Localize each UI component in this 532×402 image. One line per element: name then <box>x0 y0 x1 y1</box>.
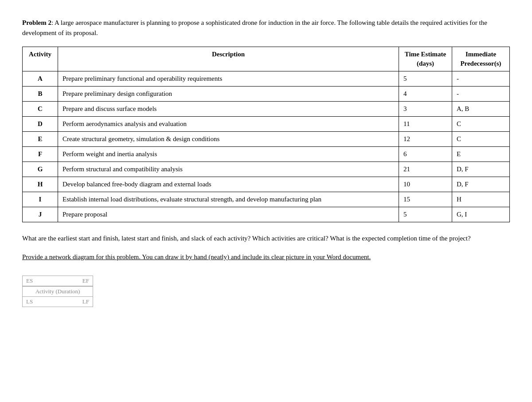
table-row: A Prepare preliminary functional and ope… <box>23 71 510 87</box>
table-row: D Perform aerodynamics analysis and eval… <box>23 117 510 132</box>
cell-predecessors: C <box>452 132 510 147</box>
question-1: What are the earliest start and finish, … <box>22 233 510 244</box>
legend-top-row: ES EF <box>23 276 93 286</box>
cell-activity: H <box>23 177 58 192</box>
table-row: B Prepare preliminary design configurati… <box>23 87 510 102</box>
problem-text: : A large aerospace manufacturer is plan… <box>22 19 487 36</box>
cell-predecessors: D, F <box>452 162 510 177</box>
cell-description: Perform aerodynamics analysis and evalua… <box>58 117 399 132</box>
cell-activity: E <box>23 132 58 147</box>
ef-label: EF <box>82 277 89 284</box>
cell-description: Establish internal load distributions, e… <box>58 192 399 207</box>
legend-bottom-row: LS LF <box>23 297 93 307</box>
cell-time: 6 <box>399 147 452 162</box>
cell-predecessors: - <box>452 71 510 87</box>
question-2: Provide a network diagram for this probl… <box>22 252 510 262</box>
ls-label: LS <box>26 298 33 305</box>
cell-activity: C <box>23 102 58 117</box>
header-description: Description <box>58 47 399 71</box>
cell-activity: D <box>23 117 58 132</box>
table-row: E Create structural geometry, simulation… <box>23 132 510 147</box>
es-label: ES <box>26 277 33 284</box>
cell-description: Develop balanced free-body diagram and e… <box>58 177 399 192</box>
cell-description: Prepare preliminary design configuration <box>58 87 399 102</box>
header-activity: Activity <box>23 47 58 71</box>
cell-description: Create structural geometry, simulation &… <box>58 132 399 147</box>
activity-table: Activity Description Time Estimate(days)… <box>22 47 510 222</box>
table-row: G Perform structural and compatibility a… <box>23 162 510 177</box>
cell-activity: I <box>23 192 58 207</box>
cell-predecessors: E <box>452 147 510 162</box>
cell-predecessors: C <box>452 117 510 132</box>
cell-predecessors: A, B <box>452 102 510 117</box>
problem-statement: Problem 2: A large aerospace manufacture… <box>22 18 510 38</box>
table-row: F Perform weight and inertia analysis 6 … <box>23 147 510 162</box>
cell-description: Prepare and discuss surface models <box>58 102 399 117</box>
cell-time: 3 <box>399 102 452 117</box>
cell-description: Perform weight and inertia analysis <box>58 147 399 162</box>
cell-time: 15 <box>399 192 452 207</box>
header-predecessors: ImmediatePredecessor(s) <box>452 47 510 71</box>
cell-predecessors: H <box>452 192 510 207</box>
activity-duration-label: Activity (Duration) <box>35 288 80 295</box>
cell-predecessors: - <box>452 87 510 102</box>
lf-label: LF <box>82 298 89 305</box>
cell-activity: A <box>23 71 58 87</box>
table-row: H Develop balanced free-body diagram and… <box>23 177 510 192</box>
cell-time: 5 <box>399 207 452 222</box>
cell-time: 5 <box>399 71 452 87</box>
cell-activity: B <box>23 87 58 102</box>
cell-description: Prepare preliminary functional and opera… <box>58 71 399 87</box>
legend-box: ES EF Activity (Duration) LS LF <box>22 276 93 307</box>
header-time: Time Estimate(days) <box>399 47 452 71</box>
table-row: C Prepare and discuss surface models 3 A… <box>23 102 510 117</box>
cell-time: 11 <box>399 117 452 132</box>
cell-activity: J <box>23 207 58 222</box>
legend-middle-row: Activity (Duration) <box>23 286 93 297</box>
table-row: J Prepare proposal 5 G, I <box>23 207 510 222</box>
cell-description: Perform structural and compatibility ana… <box>58 162 399 177</box>
cell-time: 12 <box>399 132 452 147</box>
cell-time: 4 <box>399 87 452 102</box>
cell-time: 10 <box>399 177 452 192</box>
cell-activity: F <box>23 147 58 162</box>
cell-description: Prepare proposal <box>58 207 399 222</box>
table-row: I Establish internal load distributions,… <box>23 192 510 207</box>
cell-predecessors: D, F <box>452 177 510 192</box>
cell-time: 21 <box>399 162 452 177</box>
cell-activity: G <box>23 162 58 177</box>
cell-predecessors: G, I <box>452 207 510 222</box>
problem-label: Problem 2 <box>22 19 51 26</box>
